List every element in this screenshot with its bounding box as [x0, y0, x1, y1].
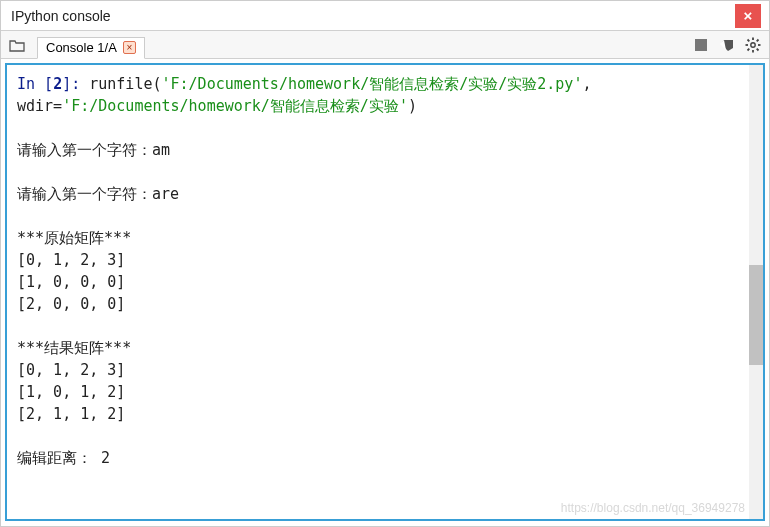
watermark-text: https://blog.csdn.net/qq_36949278: [561, 501, 745, 515]
window-close-button[interactable]: ×: [735, 4, 761, 28]
code-call: runfile(: [89, 75, 161, 93]
gear-icon[interactable]: [743, 35, 763, 55]
code-arg2: 'F:/Documents/homework/智能信息检索/实验': [62, 97, 408, 115]
tab-close-icon[interactable]: ×: [123, 41, 136, 54]
console-output[interactable]: In [2]: runfile('F:/Documents/homework/智…: [7, 65, 763, 519]
title-bar: IPython console ×: [1, 1, 769, 31]
svg-point-0: [751, 42, 755, 46]
in-exec-number: 2: [53, 75, 62, 93]
svg-line-6: [757, 48, 759, 50]
in-prompt-close: ]:: [62, 75, 89, 93]
console-body: 请输入第一个字符：am 请输入第一个字符：are ***原始矩阵*** [0, …: [17, 141, 179, 467]
code-sep: ,: [582, 75, 600, 93]
code-close: ): [408, 97, 417, 115]
tab-bar: Console 1/A ×: [1, 31, 769, 59]
code-arg1: 'F:/Documents/homework/智能信息检索/实验/实验2.py': [162, 75, 583, 93]
svg-line-8: [757, 39, 759, 41]
stop-icon[interactable]: [691, 35, 711, 55]
in-prompt-open: In [: [17, 75, 53, 93]
console-panel: In [2]: runfile('F:/Documents/homework/智…: [5, 63, 765, 521]
erase-icon[interactable]: [717, 35, 737, 55]
tab-console-1a[interactable]: Console 1/A ×: [37, 37, 145, 59]
svg-line-5: [748, 39, 750, 41]
code-kwarg: wdir=: [17, 97, 62, 115]
scrollbar-thumb[interactable]: [749, 265, 763, 365]
tab-label: Console 1/A: [46, 40, 117, 55]
svg-line-7: [748, 48, 750, 50]
browse-folder-icon[interactable]: [7, 35, 27, 55]
scrollbar-track[interactable]: [749, 65, 763, 519]
window-title: IPython console: [11, 8, 735, 24]
